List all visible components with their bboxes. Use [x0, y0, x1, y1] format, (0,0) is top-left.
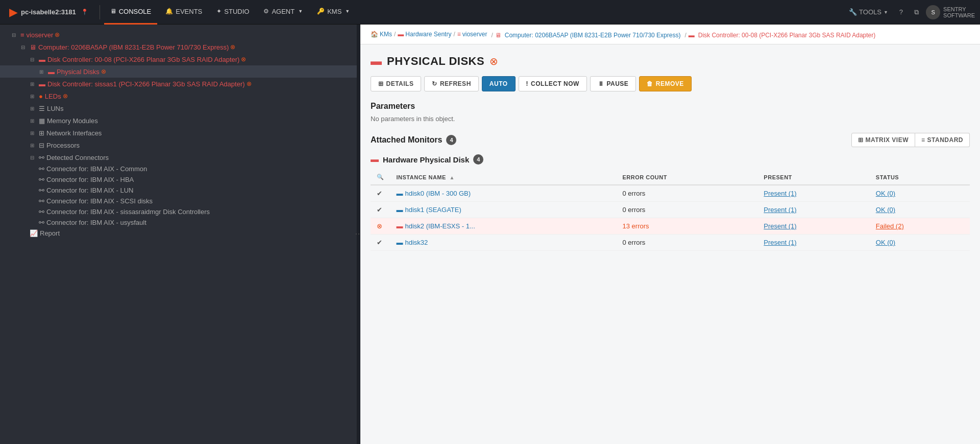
processors-label: Processors [46, 142, 80, 149]
vioserver-error-icon: ⊗ [55, 31, 60, 38]
sidebar-item-connector-usysfault[interactable]: ⚯ Connector for: IBM AIX - usysfault [0, 217, 357, 228]
external-link-button[interactable]: ⧉ [910, 6, 923, 18]
memory-modules-label: Memory Modules [47, 117, 98, 125]
nav-kms[interactable]: 🔑 KMS ▼ [311, 0, 356, 25]
main-area: ⊟ ≡ vioserver ⊗ ⊟ 🖥 Computer: 0206BA5AP … [0, 25, 980, 444]
present-link[interactable]: Present (1) [764, 222, 796, 230]
expand-luns[interactable]: ⊞ [28, 104, 37, 113]
brand-logo[interactable]: ▶ pc-isabelle2:3181 📍 [5, 6, 92, 18]
sidebar-item-disk-controller-00-08[interactable]: ⊟ ▬ Disk Controller: 00-08 (PCI-X266 Pla… [0, 53, 357, 65]
pd-error-icon: ⊗ [101, 68, 106, 75]
connector-scsi-label: Connector for: IBM AIX - SCSI disks [46, 197, 153, 205]
breadcrumb-hs-label: Hardware Sentry [405, 31, 451, 38]
row-check-cell: ✔ [371, 235, 390, 251]
th-present[interactable]: PRESENT [757, 170, 869, 185]
help-icon: ? [899, 8, 903, 16]
dc-00-08-error-icon: ⊗ [241, 56, 246, 63]
breadcrumb-hardware-sentry[interactable]: ▬ Hardware Sentry [398, 31, 451, 38]
collect-now-button[interactable]: ! COLLECT NOW [519, 76, 587, 91]
expand-dc-00-08[interactable]: ⊟ [28, 55, 37, 64]
sidebar-item-processors[interactable]: ⊞ ⊟ Processors [0, 139, 357, 151]
sidebar-item-computer[interactable]: ⊟ 🖥 Computer: 0206BA5AP (IBM 8231-E2B Po… [0, 41, 357, 53]
page-title-row: ▬ PHYSICAL DISKS ⊗ [371, 55, 970, 68]
console-icon: 🖥 [110, 8, 116, 15]
sidebar-item-connector-sissasraidmgr[interactable]: ⚯ Connector for: IBM AIX - sissasraidmgr… [0, 206, 357, 217]
breadcrumb-sep-4: / [684, 32, 686, 39]
sidebar-item-physical-disks[interactable]: ⊞ ▬ Physical Disks ⊗ [0, 65, 357, 78]
sidebar-item-connector-common[interactable]: ⚯ Connector for: IBM AIX - Common [0, 163, 357, 174]
sidebar-item-leds[interactable]: ⊞ ● LEDs ⊗ [0, 90, 357, 102]
monitors-title-text: Attached Monitors [371, 135, 442, 145]
expand-vioserver[interactable]: ⊟ [9, 30, 18, 39]
instance-link[interactable]: ▬ hdisk2 (IBM-ESXS - 1... [397, 222, 610, 230]
report-label: Report [40, 229, 60, 237]
instance-link[interactable]: ▬ hdisk1 (SEAGATE) [397, 206, 610, 214]
present-link[interactable]: Present (1) [764, 206, 796, 214]
sidebar-item-connector-hba[interactable]: ⚯ Connector for: IBM AIX - HBA [0, 174, 357, 185]
sidebar-item-network-interfaces[interactable]: ⊞ ⊞ Network Interfaces [0, 127, 357, 139]
expand-connectors[interactable]: ⊟ [28, 153, 37, 162]
sidebar-item-vioserver[interactable]: ⊟ ≡ vioserver ⊗ [0, 29, 357, 41]
expand-dc-sissas1[interactable]: ⊞ [28, 79, 37, 88]
present-col-label: PRESENT [764, 174, 792, 180]
breadcrumb-sep-2: / [453, 31, 455, 38]
row-instance-name: ▬ hdisk1 (SEAGATE) [390, 202, 617, 218]
nav-console[interactable]: 🖥 CONSOLE [104, 0, 158, 25]
sentry-label: SENTRYSOFTWARE [943, 6, 975, 18]
pause-button[interactable]: ⏸ PAUSE [590, 76, 636, 91]
row-check-icon: ✔ [377, 190, 382, 197]
present-link[interactable]: Present (1) [764, 190, 796, 197]
auto-button[interactable]: AUTO [482, 76, 516, 91]
status-link[interactable]: OK (0) [876, 239, 895, 246]
group-count-badge: 4 [473, 154, 483, 165]
nav-studio-label: STUDIO [224, 8, 249, 15]
th-instance-name[interactable]: INSTANCE NAME ▲ [390, 170, 617, 185]
matrix-view-button[interactable]: ⊞ MATRIX VIEW [851, 133, 915, 147]
expand-computer[interactable]: ⊟ [18, 42, 28, 52]
present-link[interactable]: Present (1) [764, 239, 796, 246]
breadcrumb-computer[interactable]: 🖥 Computer: 0206BA5AP (IBM 8231-E2B Powe… [495, 32, 681, 39]
nav-agent[interactable]: ⚙ AGENT ▼ [257, 0, 309, 25]
status-link[interactable]: OK (0) [876, 206, 895, 214]
instance-link[interactable]: ▬ hdisk32 [397, 239, 610, 246]
instance-link[interactable]: ▬ hdisk0 (IBM - 300 GB) [397, 190, 610, 197]
sort-icon: ▲ [449, 175, 454, 180]
content-body: ▬ PHYSICAL DISKS ⊗ ⊞ DETAILS ↻ REFRESH A… [360, 44, 980, 261]
computer-error-icon: ⊗ [230, 43, 235, 51]
th-status[interactable]: STATUS [870, 170, 970, 185]
breadcrumb-sep-1: / [394, 31, 396, 38]
standard-view-button[interactable]: ≡ STANDARD [915, 133, 970, 147]
status-link[interactable]: OK (0) [876, 190, 895, 197]
nav-events[interactable]: 🔔 EVENTS [159, 0, 208, 25]
row-error-count: 13 errors [617, 218, 758, 235]
refresh-button[interactable]: ↻ REFRESH [424, 76, 478, 91]
sidebar-item-disk-controller-sissas1[interactable]: ⊞ ▬ Disk Controller: sissas1 (PCI-X266 P… [0, 78, 357, 90]
sidebar-item-memory-modules[interactable]: ⊞ ▦ Memory Modules [0, 114, 357, 127]
details-button[interactable]: ⊞ DETAILS [371, 76, 421, 91]
connector-sissasraidmgr-label: Connector for: IBM AIX - sissasraidmgr D… [46, 208, 210, 216]
sentry-avatar: S [926, 5, 940, 19]
status-link[interactable]: Failed (2) [876, 222, 904, 230]
connector-hba-icon: ⚯ [39, 176, 44, 183]
th-error-count[interactable]: ERROR COUNT [617, 170, 758, 185]
sidebar-item-report[interactable]: 📈 Report [0, 228, 357, 239]
expand-network[interactable]: ⊞ [28, 128, 37, 137]
error-count-value: 13 errors [623, 222, 649, 230]
breadcrumb-vioserver[interactable]: ≡ vioserver [457, 31, 487, 38]
breadcrumb-kms[interactable]: 🏠 KMs [371, 31, 392, 38]
remove-button[interactable]: 🗑 REMOVE [639, 76, 692, 91]
help-button[interactable]: ? [895, 6, 907, 18]
sidebar-item-connector-lun[interactable]: ⚯ Connector for: IBM AIX - LUN [0, 185, 357, 196]
expand-processors[interactable]: ⊞ [28, 141, 37, 150]
expand-physical-disks[interactable]: ⊞ [37, 67, 46, 76]
row-check-icon: ✔ [377, 239, 382, 246]
expand-memory[interactable]: ⊞ [28, 116, 37, 125]
sidebar-item-detected-connectors[interactable]: ⊟ ⚯ Detected Connectors [0, 151, 357, 163]
sidebar-item-luns[interactable]: ⊞ ☰ LUNs [0, 102, 357, 114]
tools-button[interactable]: 🔧 TOOLS ▼ [845, 6, 892, 18]
connector-sissasraidmgr-icon: ⚯ [39, 208, 44, 216]
sidebar-item-connector-scsi[interactable]: ⚯ Connector for: IBM AIX - SCSI disks [0, 196, 357, 206]
expand-leds[interactable]: ⊞ [28, 91, 37, 101]
nav-studio[interactable]: ✦ STUDIO [210, 0, 255, 25]
row-present: Present (1) [757, 218, 869, 235]
